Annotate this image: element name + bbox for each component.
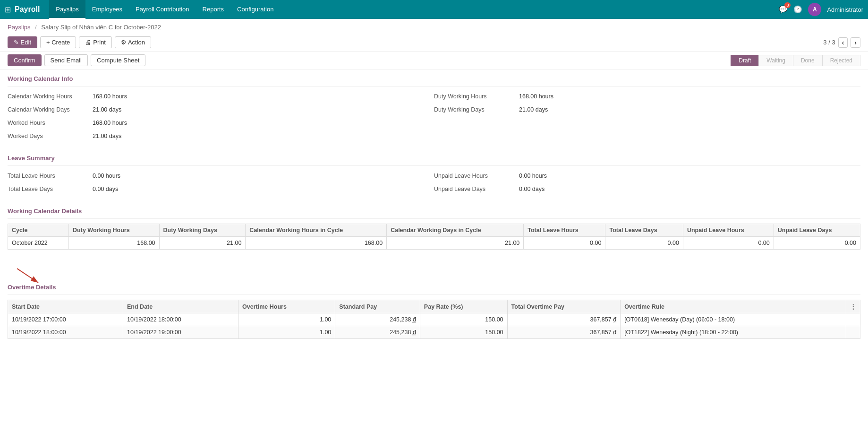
compute-sheet-button[interactable]: Compute Sheet (91, 54, 145, 66)
cell-overtime-hours: 1.00 (238, 326, 335, 339)
unpaid-leave-days-row: Unpaid Leave Days 0.00 days (434, 184, 860, 197)
col-standard-pay: Standard Pay (335, 300, 420, 313)
nav-links: Payslips Employees Payroll Contribution … (49, 0, 779, 19)
breadcrumb-parent[interactable]: Payslips (8, 24, 30, 31)
cell-overtime-hours: 1.00 (238, 313, 335, 326)
status-draft: Draft (731, 55, 759, 66)
cell-unpaid-leave-hours: 0.00 (683, 237, 774, 250)
user-avatar[interactable]: A (808, 3, 821, 16)
total-leave-days-value: 0.00 days (93, 186, 118, 192)
cell-total-ot-pay: 367,857 đ (507, 326, 621, 339)
cell-pay-rate: 150.00 (420, 326, 507, 339)
confirm-button[interactable]: Confirm (8, 54, 42, 66)
calendar-working-days-row: Calendar Working Days 21.00 days (8, 104, 434, 118)
cell-overtime-rule: [OT1822] Wenesday (Night) (18:00 - 22:00… (621, 326, 846, 339)
toolbar: ✎ Edit + Create 🖨 Print ⚙ Action 3 / 3 ‹… (0, 34, 868, 52)
cell-pay-rate: 150.00 (420, 313, 507, 326)
clock-icon[interactable]: 🕐 (793, 5, 802, 14)
cell-total-ot-pay: 367,857 đ (507, 313, 621, 326)
leave-summary-right-col: Unpaid Leave Hours 0.00 hours Unpaid Lea… (434, 171, 860, 197)
col-unpaid-leave-days: Unpaid Leave Days (774, 224, 860, 237)
nav-configuration[interactable]: Configuration (230, 0, 280, 19)
nav-payroll-contribution[interactable]: Payroll Contribution (129, 0, 196, 19)
duty-working-hours-label: Duty Working Hours (434, 93, 519, 100)
unpaid-leave-hours-label: Unpaid Leave Hours (434, 173, 519, 179)
col-cycle: Cycle (8, 224, 69, 237)
pager-next[interactable]: › (851, 37, 860, 48)
col-total-leave-hours: Total Leave Hours (524, 224, 605, 237)
cell-end-date: 10/19/2022 18:00:00 (123, 313, 238, 326)
cell-unpaid-leave-days: 0.00 (774, 237, 860, 250)
nav-payslips[interactable]: Payslips (49, 0, 85, 19)
duty-working-days-label: Duty Working Days (434, 106, 519, 113)
print-icon: 🖨 (85, 39, 91, 46)
edit-button[interactable]: ✎ Edit (8, 36, 37, 48)
total-leave-hours-value: 0.00 hours (93, 173, 120, 179)
currency-symbol: đ (413, 316, 416, 323)
cell-standard-pay: 245,238 đ (335, 326, 420, 339)
breadcrumb-separator: / (35, 24, 37, 31)
worked-hours-row: Worked Hours 168.00 hours (8, 118, 434, 131)
cell-row-menu[interactable] (846, 326, 860, 339)
leave-summary-title: Leave Summary (8, 149, 860, 166)
currency-symbol: đ (413, 329, 416, 336)
total-leave-hours-row: Total Leave Hours 0.00 hours (8, 171, 434, 184)
nav-reports[interactable]: Reports (196, 0, 231, 19)
create-button[interactable]: + Create (40, 36, 76, 48)
calendar-working-days-value: 21.00 days (93, 106, 121, 113)
cell-duty-days: 21.00 (159, 237, 246, 250)
leave-summary-grid: Total Leave Hours 0.00 hours Total Leave… (8, 171, 860, 197)
status-waiting: Waiting (758, 55, 793, 66)
worked-hours-label: Worked Hours (8, 120, 93, 126)
cell-cal-hours-cycle: 168.00 (246, 237, 387, 250)
col-total-leave-days: Total Leave Days (605, 224, 683, 237)
status-pipeline: Draft Waiting Done Rejected (731, 55, 860, 66)
svg-line-1 (17, 268, 38, 283)
action-bar: Confirm Send Email Compute Sheet Draft W… (0, 52, 868, 69)
pager-count: 3 / 3 (823, 39, 835, 46)
worked-hours-value: 168.00 hours (93, 120, 127, 126)
table-row: 10/19/2022 18:00:00 10/19/2022 19:00:00 … (8, 326, 860, 339)
leave-summary-left-col: Total Leave Hours 0.00 hours Total Leave… (8, 171, 434, 197)
action-button[interactable]: ⚙ Action (115, 36, 151, 48)
calendar-working-hours-value: 168.00 hours (93, 93, 127, 100)
col-duty-working-hours: Duty Working Hours (69, 224, 159, 237)
notification-icon[interactable]: 💬 3 (779, 5, 788, 14)
print-button[interactable]: 🖨 Print (79, 36, 112, 48)
col-actions-menu[interactable]: ⋮ (846, 300, 860, 313)
col-calendar-days-cycle: Calendar Working Days in Cycle (387, 224, 524, 237)
app-grid-icon[interactable]: ⊞ (5, 5, 11, 14)
breadcrumb-current: Salary Slip of Nhân viên C for October-2… (41, 24, 161, 31)
status-done: Done (793, 55, 823, 66)
send-email-button[interactable]: Send Email (44, 54, 88, 66)
cell-overtime-rule: [OT0618] Wenesday (Day) (06:00 - 18:00) (621, 313, 846, 326)
overtime-details-title: Overtime Details (8, 278, 860, 295)
working-calendar-right-col: Duty Working Hours 168.00 hours Duty Wor… (434, 91, 860, 144)
cell-standard-pay: 245,238 đ (335, 313, 420, 326)
nav-employees[interactable]: Employees (85, 0, 129, 19)
calendar-working-hours-label: Calendar Working Hours (8, 93, 93, 100)
duty-working-hours-value: 168.00 hours (519, 93, 553, 100)
table-row: 10/19/2022 17:00:00 10/19/2022 18:00:00 … (8, 313, 860, 326)
col-duty-working-days: Duty Working Days (159, 224, 246, 237)
duty-working-days-value: 21.00 days (519, 106, 548, 113)
cell-row-menu[interactable] (846, 313, 860, 326)
pager-prev[interactable]: ‹ (838, 37, 848, 48)
total-leave-hours-label: Total Leave Hours (8, 173, 93, 179)
col-start-date: Start Date (8, 300, 123, 313)
currency-symbol: đ (613, 329, 616, 336)
working-calendar-details-title: Working Calendar Details (8, 202, 860, 219)
overtime-details-table: Start Date End Date Overtime Hours Stand… (8, 300, 860, 339)
total-leave-days-label: Total Leave Days (8, 186, 93, 192)
cell-cal-days-cycle: 21.00 (387, 237, 524, 250)
col-unpaid-leave-hours: Unpaid Leave Hours (683, 224, 774, 237)
cell-start-date: 10/19/2022 17:00:00 (8, 313, 123, 326)
app-name: Payroll (15, 5, 40, 14)
overtime-section-wrapper: Overtime Details (8, 264, 860, 295)
table-row: October 2022 168.00 21.00 168.00 21.00 0… (8, 237, 860, 250)
col-overtime-rule: Overtime Rule (621, 300, 846, 313)
col-calendar-hours-cycle: Calendar Working Hours in Cycle (246, 224, 387, 237)
notification-badge: 3 (784, 2, 791, 8)
currency-symbol: đ (613, 316, 616, 323)
unpaid-leave-days-label: Unpaid Leave Days (434, 186, 519, 192)
